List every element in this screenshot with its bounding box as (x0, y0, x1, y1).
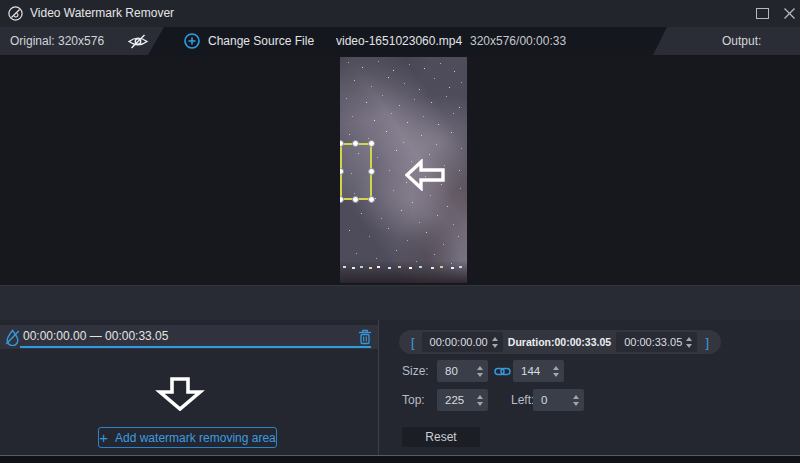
height-increment[interactable] (553, 366, 559, 370)
starfield (340, 57, 341, 58)
selection-handle-top-middle[interactable] (352, 140, 359, 147)
window-bottom-edge (0, 455, 800, 463)
selection-handle-top-left[interactable] (340, 140, 344, 147)
change-source-file-label: Change Source File (208, 34, 314, 48)
left-increment[interactable] (573, 395, 579, 399)
height-spinner[interactable]: 144 (513, 360, 564, 382)
add-watermark-area-button[interactable]: + Add watermark removing area (98, 427, 277, 448)
start-time-value: 00:00:00.00 (422, 336, 488, 348)
video-resolution-duration: 320x576/00:00:33 (470, 27, 566, 55)
top-decrement[interactable] (477, 402, 483, 406)
width-value: 80 (437, 365, 458, 377)
plus-icon: + (99, 430, 108, 445)
horizon-lights (343, 266, 346, 268)
bottom-panels: 00:00:00.00 — 00:00:33.05 + Add watermar… (0, 320, 800, 455)
add-watermark-area-label: Add watermark removing area (115, 431, 276, 445)
transport-bar: ▷ □ [▷] [□] 00:00:01.16/00:00:33.05 (0, 285, 800, 320)
top-spinner[interactable]: 225 (437, 389, 488, 411)
close-icon[interactable] (783, 7, 796, 20)
watermark-row-underline (20, 346, 371, 348)
preview-stage (0, 55, 800, 285)
titlebar: Video Watermark Remover (0, 0, 800, 27)
plus-circle-icon (184, 33, 200, 49)
reset-button[interactable]: Reset (402, 427, 480, 447)
width-increment[interactable] (477, 366, 483, 370)
left-spinner[interactable]: 0 (533, 389, 584, 411)
selection-handle-bottom-right[interactable] (368, 196, 375, 203)
watermark-time-range: 00:00:00.00 — 00:00:33.05 (23, 325, 168, 348)
video-frame (340, 57, 467, 283)
top-increment[interactable] (477, 395, 483, 399)
bracket-close-button[interactable]: ] (703, 335, 711, 350)
selection-handle-middle-right[interactable] (368, 168, 375, 175)
end-time-value: 00:00:33.05 (616, 336, 682, 348)
panel-divider (378, 320, 379, 455)
video-watermark-remover-window: Video Watermark Remover Original: 320x57… (0, 0, 800, 463)
eye-off-icon[interactable] (127, 34, 149, 49)
source-bar: Original: 320x576 Change Source File vid… (0, 27, 800, 55)
watermark-selection-box[interactable] (340, 143, 372, 200)
app-logo-icon (8, 6, 23, 21)
maximize-icon[interactable] (756, 8, 769, 19)
down-arrow-annotation (155, 377, 205, 411)
window-title: Video Watermark Remover (30, 0, 174, 27)
start-time-spinner[interactable]: 00:00:00.00 (422, 332, 503, 352)
width-spinner[interactable]: 80 (437, 360, 488, 382)
selection-handle-bottom-left[interactable] (340, 196, 344, 203)
end-time-decrement[interactable] (686, 344, 692, 348)
left-decrement[interactable] (573, 402, 579, 406)
top-label: Top: (402, 389, 425, 411)
start-time-decrement[interactable] (492, 344, 498, 348)
change-source-file-button[interactable]: Change Source File (184, 27, 314, 55)
selection-handle-top-right[interactable] (368, 140, 375, 147)
time-range-group: [ 00:00:00.00 Duration:00:00:33.05 00:00… (399, 330, 721, 354)
link-aspect-icon[interactable] (494, 366, 511, 377)
height-decrement[interactable] (553, 373, 559, 377)
bracket-open-button[interactable]: [ (409, 335, 417, 350)
size-label: Size: (402, 360, 429, 382)
selection-handle-middle-left[interactable] (340, 168, 344, 175)
left-arrow-annotation (405, 159, 445, 191)
width-decrement[interactable] (477, 373, 483, 377)
original-resolution-label: Original: 320x576 (10, 27, 104, 55)
delete-icon[interactable] (358, 329, 372, 345)
left-label: Left: (511, 389, 534, 411)
left-value: 0 (533, 394, 547, 406)
top-value: 225 (437, 394, 464, 406)
watermark-remover-icon (5, 329, 20, 346)
selection-handle-bottom-middle[interactable] (352, 196, 359, 203)
video-filename: video-1651023060.mp4 (336, 27, 462, 55)
end-time-spinner[interactable]: 00:00:33.05 (616, 332, 697, 352)
start-time-increment[interactable] (492, 337, 498, 341)
height-value: 144 (513, 365, 540, 377)
duration-label: Duration:00:00:33.05 (508, 336, 611, 348)
end-time-increment[interactable] (686, 337, 692, 341)
